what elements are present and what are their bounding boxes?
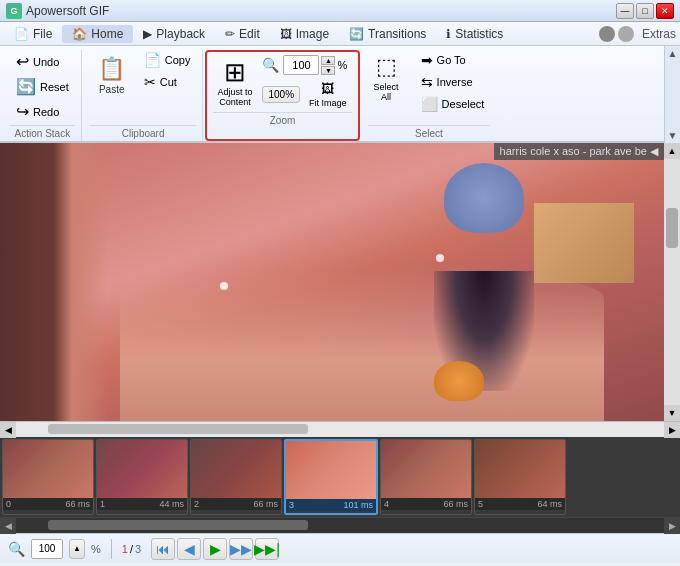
prev-icon: ◀ (184, 541, 195, 557)
zoom-controls: 🔍 ▲ ▼ % 100% (262, 55, 351, 110)
frame-num-5: 5 (478, 499, 483, 509)
timeline-scrollbar[interactable]: ◀ ▶ (0, 517, 680, 533)
copy-button[interactable]: 📄 Copy (138, 50, 197, 70)
zoom-search-icon: 🔍 (8, 541, 25, 557)
menu-transitions[interactable]: 🔄 Transitions (339, 25, 436, 43)
frame-0[interactable]: 0 66 ms (2, 439, 94, 515)
action-stack-content: ↩ Undo 🔄 Reset ↪ Redo (10, 50, 75, 123)
frame-5[interactable]: 5 64 ms (474, 439, 566, 515)
frame-marker-2 (436, 254, 444, 262)
menu-playback[interactable]: ▶ Playback (133, 25, 215, 43)
frame-counter: 1 / 3 (122, 543, 141, 555)
ribbon-scroll[interactable]: ▲ ▼ (664, 46, 680, 143)
frame-num-4: 4 (384, 499, 389, 509)
frame-3[interactable]: 3 101 ms (284, 439, 378, 515)
zoom-up-button[interactable]: ▲ (321, 56, 335, 65)
menu-statistics[interactable]: ℹ Statistics (436, 25, 513, 43)
frame-4[interactable]: 4 66 ms (380, 439, 472, 515)
last-frame-button[interactable]: ▶▶| (255, 538, 279, 560)
window-controls: — □ ✕ (616, 3, 674, 19)
select-all-button[interactable]: ⬚ SelectAll (368, 50, 405, 106)
zoom-down-button[interactable]: ▼ (321, 66, 335, 75)
extras-label[interactable]: Extras (642, 27, 676, 41)
fit-image-button[interactable]: 🖼 Fit Image (304, 79, 352, 110)
frame-marker-1 (220, 282, 228, 290)
first-frame-button[interactable]: ⏮ (151, 538, 175, 560)
home-icon: 🏠 (72, 27, 87, 41)
bottom-zoom-input[interactable] (31, 539, 63, 559)
canvas-title: harris cole x aso - park ave be ◀ (494, 143, 664, 160)
bottom-toolbar: 🔍 ▲ % 1 / 3 ⏮ ◀ ▶ ▶▶ ▶▶| (0, 533, 680, 563)
minimize-button[interactable]: — (616, 3, 634, 19)
select-icon: ⬚ (376, 54, 397, 80)
h-scroll-left-button[interactable]: ◀ (0, 422, 16, 438)
h-scroll-right-button[interactable]: ▶ (664, 422, 680, 438)
first-icon: ⏮ (156, 541, 170, 557)
select-label: Select (368, 125, 491, 139)
zoom-input-row: ▲ ▼ % (283, 55, 347, 75)
ribbon-scroll-down[interactable]: ▼ (668, 130, 678, 141)
cut-button[interactable]: ✂ Cut (138, 72, 197, 92)
bottom-zoom-up[interactable]: ▲ (69, 539, 85, 559)
paste-button[interactable]: 📋 Paste (90, 50, 134, 98)
timeline-scroll-thumb[interactable] (48, 520, 307, 530)
app-icon: G (6, 3, 22, 19)
frame-2[interactable]: 2 66 ms (190, 439, 282, 515)
frame-separator: / (130, 543, 133, 555)
frame-thumb-0 (3, 440, 93, 498)
zoom-content: ⊞ Adjust toContent 🔍 ▲ ▼ (213, 55, 351, 110)
next-frame-button[interactable]: ▶▶ (229, 538, 253, 560)
go-to-button[interactable]: ➡ Go To (415, 50, 491, 70)
h-scroll-thumb[interactable] (48, 424, 307, 434)
title-bar: G Apowersoft GIF — □ ✕ (0, 0, 680, 22)
frame-num-0: 0 (6, 499, 11, 509)
reset-icon: 🔄 (16, 77, 36, 96)
zoom-input[interactable] (283, 55, 319, 75)
scrollbar-up-button[interactable]: ▲ (664, 143, 680, 159)
inverse-button[interactable]: ⇆ Inverse (415, 72, 491, 92)
playback-icon: ▶ (143, 27, 152, 41)
deselect-icon: ⬜ (421, 96, 438, 112)
timeline-scroll-right[interactable]: ▶ (664, 518, 680, 534)
menu-edit[interactable]: ✏ Edit (215, 25, 270, 43)
menu-bar: 📄 File 🏠 Home ▶ Playback ✏ Edit 🖼 Image … (0, 22, 680, 46)
edit-icon: ✏ (225, 27, 235, 41)
zoom-100-button[interactable]: 100% (262, 86, 300, 103)
adjust-to-content-button[interactable]: ⊞ Adjust toContent (213, 57, 256, 109)
select-group: ⬚ SelectAll ➡ Go To ⇆ Inverse ⬜ Deselect (362, 50, 497, 141)
timeline-scroll-left[interactable]: ◀ (0, 518, 16, 534)
play-button[interactable]: ▶ (203, 538, 227, 560)
menu-file[interactable]: 📄 File (4, 25, 62, 43)
maximize-button[interactable]: □ (636, 3, 654, 19)
current-frame: 1 (122, 543, 128, 555)
redo-button[interactable]: ↪ Redo (10, 100, 75, 123)
timeline-scroll-track[interactable] (16, 518, 664, 533)
frame-ms-2: 66 ms (253, 499, 278, 509)
image-icon: 🖼 (280, 27, 292, 41)
prev-frame-button[interactable]: ◀ (177, 538, 201, 560)
menu-image[interactable]: 🖼 Image (270, 25, 339, 43)
scrollbar-thumb[interactable] (666, 208, 678, 248)
scrollbar-down-button[interactable]: ▼ (664, 405, 680, 421)
zoom-label: Zoom (213, 112, 351, 126)
reset-button[interactable]: 🔄 Reset (10, 75, 75, 98)
undo-button[interactable]: ↩ Undo (10, 50, 75, 73)
file-icon: 📄 (14, 27, 29, 41)
paste-icon: 📋 (98, 56, 125, 82)
close-button[interactable]: ✕ (656, 3, 674, 19)
redo-icon: ↪ (16, 102, 29, 121)
ribbon-scroll-up[interactable]: ▲ (668, 48, 678, 59)
fit-icon: 🖼 (321, 81, 334, 96)
canvas-scrollbar-horizontal[interactable]: ◀ ▶ (0, 421, 680, 437)
scrollbar-track[interactable] (664, 159, 680, 405)
canvas-scrollbar-vertical[interactable]: ▲ ▼ (664, 143, 680, 421)
menu-home[interactable]: 🏠 Home (62, 25, 133, 43)
frame-1[interactable]: 1 44 ms (96, 439, 188, 515)
zoom-spinner: ▲ ▼ (321, 56, 335, 75)
user-icons (599, 26, 634, 42)
last-icon: ▶▶| (254, 541, 280, 557)
deselect-button[interactable]: ⬜ Deselect (415, 94, 491, 114)
statistics-icon: ℹ (446, 27, 451, 41)
h-scroll-track[interactable] (16, 422, 664, 437)
adjust-icon: ⊞ (224, 59, 246, 85)
